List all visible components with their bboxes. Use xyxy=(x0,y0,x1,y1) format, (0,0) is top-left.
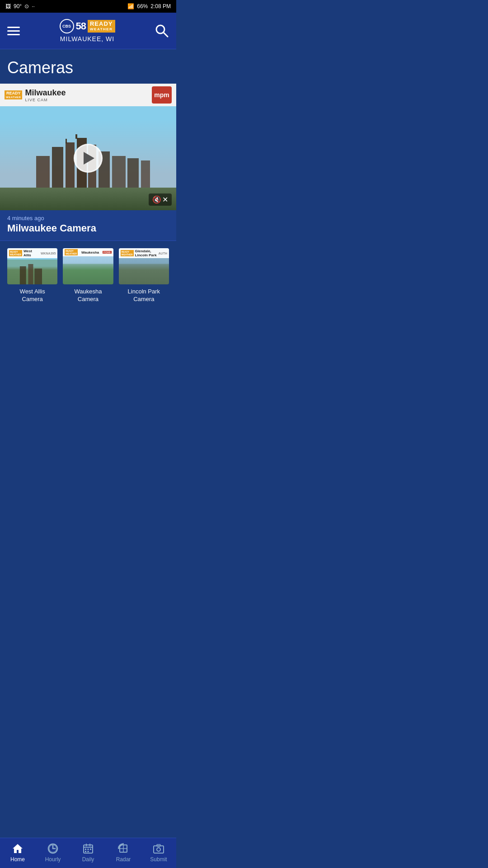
svg-rect-18 xyxy=(34,269,42,284)
camera-thumb-west-allis[interactable]: READYWEATHER West Allis WKNA395 West All… xyxy=(7,248,57,303)
svg-rect-17 xyxy=(28,264,33,284)
thumb-overlay-west-allis: READYWEATHER West Allis WKNA395 xyxy=(7,248,57,258)
thumb-overlay-lincoln-park: READYWEATHER Glendale, Lincoln Park AUTH xyxy=(119,248,169,258)
temperature-display: 90° xyxy=(14,3,22,9)
ready-weather-badge: READY WEATHER xyxy=(88,20,115,32)
svg-rect-13 xyxy=(75,134,77,139)
video-overlay-bar: READY WEATHER Milwaukee LIVE CAM mpm xyxy=(0,84,176,106)
video-frame[interactable]: 🔇 ✕ xyxy=(0,106,176,210)
svg-rect-14 xyxy=(66,139,67,143)
svg-rect-10 xyxy=(112,156,126,188)
menu-line-3 xyxy=(7,34,20,35)
featured-camera-info: 4 minutes ago Milwaukee Camera xyxy=(0,210,176,241)
mute-button[interactable]: 🔇 ✕ xyxy=(149,193,172,206)
svg-rect-11 xyxy=(127,158,139,188)
camera-thumbnail-grid: READYWEATHER West Allis WKNA395 West All… xyxy=(0,241,176,311)
svg-line-1 xyxy=(164,33,168,37)
wifi-icon: 📶 xyxy=(127,3,134,9)
rw-weather: WEATHER xyxy=(6,96,21,99)
battery-display: 66% xyxy=(137,3,148,9)
svg-rect-4 xyxy=(36,156,50,188)
thumb-label-waukesha: WaukeshaCamera xyxy=(63,288,113,303)
thumb-bg-west-allis: READYWEATHER West Allis WKNA395 xyxy=(7,248,57,284)
dots-icon: ·· xyxy=(32,3,35,9)
photo-icon: 🖼 xyxy=(5,3,11,9)
mute-x: ✕ xyxy=(162,195,168,204)
thumb-channel-waukesha: FOX6 xyxy=(103,251,112,254)
thumb-channel-lincoln-park: AUTH xyxy=(159,252,167,255)
video-brand: READY WEATHER Milwaukee LIVE CAM xyxy=(5,88,66,102)
thumb-brand-lincoln-park: READYWEATHER xyxy=(121,250,134,256)
thumb-skyline-lincoln-park xyxy=(119,264,169,284)
camera-title: Milwaukee Camera xyxy=(7,222,169,234)
mpm-logo: mpm xyxy=(152,86,172,104)
channel-number: 58 xyxy=(76,20,86,32)
logo-badge: CBS 58 READY WEATHER xyxy=(60,19,115,33)
play-button[interactable] xyxy=(74,144,103,173)
status-bar: 🖼 90° ⊙ ·· 📶 66% 2:08 PM xyxy=(0,0,176,13)
thumb-overlay-waukesha: READYWEATHER Waukesha FOX6 xyxy=(63,248,113,256)
featured-video: READY WEATHER Milwaukee LIVE CAM mpm xyxy=(0,84,176,210)
status-left: 🖼 90° ⊙ ·· xyxy=(5,3,35,9)
status-right: 📶 66% 2:08 PM xyxy=(127,3,171,9)
thumb-brand-west-allis: READYWEATHER xyxy=(9,250,22,256)
page-title: Cameras xyxy=(7,58,169,77)
thumb-bg-waukesha: READYWEATHER Waukesha FOX6 xyxy=(63,248,113,284)
thumb-channel-west-allis: WKNA395 xyxy=(41,252,56,255)
bar-city-name: Milwaukee xyxy=(25,88,66,98)
svg-rect-16 xyxy=(20,266,26,284)
thumb-bg-lincoln-park: READYWEATHER Glendale, Lincoln Park AUTH xyxy=(119,248,169,284)
menu-line-1 xyxy=(7,27,20,28)
time-ago-label: 4 minutes ago xyxy=(7,215,169,222)
thumb-rw-badge-wk: READYWEATHER xyxy=(65,249,78,255)
camera-thumb-lincoln-park[interactable]: READYWEATHER Glendale, Lincoln Park AUTH… xyxy=(119,248,169,303)
svg-rect-19 xyxy=(63,264,113,284)
play-icon xyxy=(84,152,94,165)
thumb-label-lincoln-park: Lincoln ParkCamera xyxy=(119,288,169,303)
svg-rect-6 xyxy=(66,142,75,188)
thumb-skyline-west-allis xyxy=(7,259,57,284)
thumb-img-lincoln-park: READYWEATHER Glendale, Lincoln Park AUTH xyxy=(119,248,169,284)
menu-button[interactable] xyxy=(7,27,20,35)
rw-small-badge: READY WEATHER xyxy=(5,90,22,99)
logo-area: CBS 58 READY WEATHER MILWAUKEE, WI xyxy=(60,19,115,42)
thumb-city-west-allis: West Allis xyxy=(23,249,39,257)
page-title-section: Cameras xyxy=(0,49,176,84)
location-display: MILWAUKEE, WI xyxy=(60,35,114,42)
thumb-skyline-waukesha xyxy=(63,264,113,284)
ready-label: READY xyxy=(90,21,113,27)
search-button[interactable] xyxy=(155,24,169,38)
camera-thumb-waukesha[interactable]: READYWEATHER Waukesha FOX6 WaukeshaCamer… xyxy=(63,248,113,303)
mute-icon: 🔇 xyxy=(152,195,161,204)
thumb-img-waukesha: READYWEATHER Waukesha FOX6 xyxy=(63,248,113,284)
thumb-city-lincoln-park: Glendale, Lincoln Park xyxy=(135,249,157,257)
time-display: 2:08 PM xyxy=(150,3,171,9)
live-cam-label: LIVE CAM xyxy=(25,98,66,102)
thumb-rw-badge: READYWEATHER xyxy=(9,250,22,256)
weather-label: WEATHER xyxy=(90,28,113,32)
thumb-label-west-allis: West AllisCamera xyxy=(7,288,57,303)
target-icon: ⊙ xyxy=(24,3,29,9)
menu-line-2 xyxy=(7,30,20,32)
city-live-info: Milwaukee LIVE CAM xyxy=(25,88,66,102)
svg-rect-12 xyxy=(141,160,150,188)
thumb-brand-waukesha: READYWEATHER xyxy=(65,249,78,255)
app-header: CBS 58 READY WEATHER MILWAUKEE, WI xyxy=(0,13,176,49)
cbs-logo: CBS xyxy=(60,19,74,33)
rw-ready: READY xyxy=(6,91,21,96)
svg-rect-5 xyxy=(52,147,63,188)
thumb-rw-badge-lp: READYWEATHER xyxy=(121,250,134,256)
svg-rect-20 xyxy=(119,264,169,284)
thumb-city-waukesha: Waukesha xyxy=(81,250,99,255)
thumb-img-west-allis: READYWEATHER West Allis WKNA395 xyxy=(7,248,57,284)
